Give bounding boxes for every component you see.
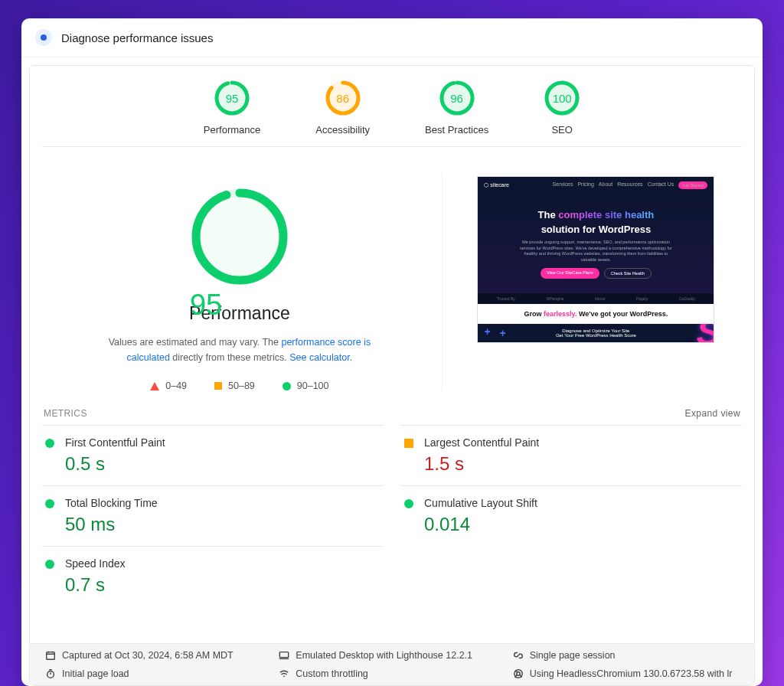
environment-footer: Captured at Oct 30, 2024, 6:58 AM MDT Em… <box>30 643 754 685</box>
status-indicator <box>45 499 54 508</box>
metric-name: Cumulative Layout Shift <box>424 497 537 509</box>
metric-cumulative-layout-shift: Cumulative Layout Shift 0.014 <box>401 485 742 546</box>
metric-total-blocking-time: Total Blocking Time 50 ms <box>42 485 383 546</box>
link-icon <box>513 650 524 661</box>
metric-largest-contentful-paint: Largest Contentful Paint 1.5 s <box>401 425 742 485</box>
category-best-practices[interactable]: 96 Best Practices <box>425 80 488 136</box>
status-indicator <box>45 439 54 448</box>
category-accessibility[interactable]: 86 Accessibility <box>315 80 370 136</box>
square-icon <box>214 382 222 390</box>
status-indicator <box>404 499 413 508</box>
target-icon <box>35 29 52 46</box>
metrics-grid: First Contentful Paint 0.5 s Largest Con… <box>30 425 754 606</box>
category-seo[interactable]: 100 SEO <box>544 80 580 136</box>
metric-first-contentful-paint: First Contentful Paint 0.5 s <box>42 425 383 485</box>
metric-value: 0.014 <box>424 514 537 535</box>
chrome-icon <box>513 668 524 679</box>
metrics-label: METRICS <box>44 408 87 419</box>
metric-name: First Contentful Paint <box>65 436 165 449</box>
triangle-icon <box>150 382 159 390</box>
score-description: Values are estimated and may vary. The p… <box>94 335 385 365</box>
category-performance[interactable]: 95 Performance <box>204 80 260 136</box>
svg-rect-10 <box>47 652 55 660</box>
status-indicator <box>404 439 413 448</box>
big-performance-gauge: 95 <box>190 187 289 286</box>
panel-header: Diagnose performance issues <box>21 18 763 57</box>
metric-name: Largest Contentful Paint <box>424 436 539 449</box>
svg-rect-11 <box>280 652 289 658</box>
status-indicator <box>45 560 54 569</box>
metric-name: Speed Index <box>65 557 126 570</box>
metric-speed-index: Speed Index 0.7 s <box>42 546 383 606</box>
wifi-icon <box>279 668 289 679</box>
metric-value: 0.7 s <box>65 574 126 596</box>
metric-value: 1.5 s <box>424 453 539 475</box>
see-calculator-link[interactable]: See calculator <box>289 352 350 363</box>
desktop-icon <box>279 650 289 661</box>
stopwatch-icon <box>45 668 56 679</box>
metric-value: 0.5 s <box>65 453 165 475</box>
score-legend: 0–49 50–89 90–100 <box>150 381 328 391</box>
panel-title: Diagnose performance issues <box>61 31 213 44</box>
page-screenshot-preview: ⬡ sitecare Services Pricing About Resour… <box>477 176 714 343</box>
metric-name: Total Blocking Time <box>65 497 158 509</box>
lighthouse-panel: Diagnose performance issues 95 Performan… <box>21 18 763 686</box>
circle-icon <box>283 382 291 390</box>
big-score-number: 95 <box>190 289 289 322</box>
calendar-icon <box>45 650 56 661</box>
performance-summary: 95 Performance Values are estimated and … <box>30 147 754 399</box>
category-scores: 95 Performance 86 Accessibility 96 <box>42 66 742 147</box>
expand-view-button[interactable]: Expand view <box>685 408 740 419</box>
metrics-header: METRICS Expand view <box>30 399 754 425</box>
metric-value: 50 ms <box>65 514 158 535</box>
